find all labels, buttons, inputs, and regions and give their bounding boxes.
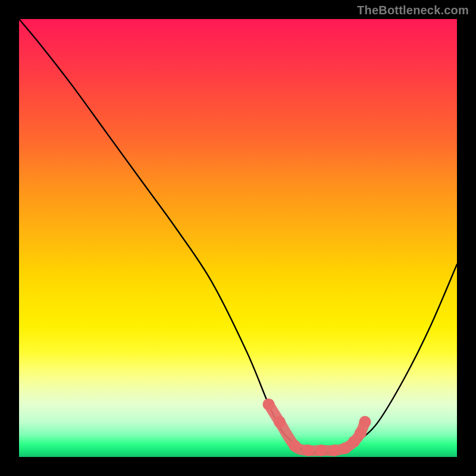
highlight-dot <box>328 444 340 456</box>
curve-svg <box>19 19 457 457</box>
highlight-dot <box>263 399 275 411</box>
highlight-dot <box>315 444 327 456</box>
bottleneck-curve-line <box>19 19 457 453</box>
plot-area <box>19 19 457 457</box>
highlight-dots-group <box>263 399 371 456</box>
highlight-dot <box>274 416 286 428</box>
highlight-dot <box>355 427 367 439</box>
watermark-text: TheBottleneck.com <box>357 4 469 17</box>
highlight-dot <box>302 444 314 456</box>
highlight-dot <box>289 440 301 452</box>
chart-frame: TheBottleneck.com <box>0 0 476 476</box>
highlight-dot <box>359 416 371 428</box>
